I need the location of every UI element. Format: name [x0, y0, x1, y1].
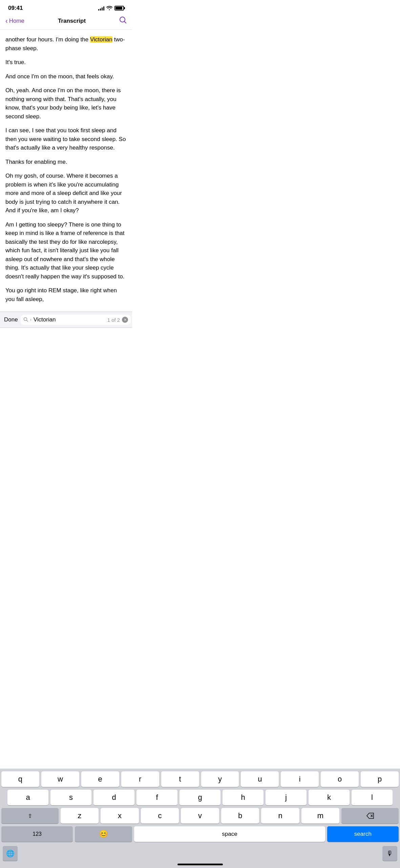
status-icons	[98, 5, 124, 11]
svg-point-1	[24, 317, 27, 320]
find-input-wrapper: › 1 of 2 ✕	[21, 315, 131, 325]
transcript-content: another four hours. I'm doing the Victor…	[0, 30, 132, 312]
transcript-para-5: I can see, I see that you took first sle…	[5, 126, 127, 152]
nav-bar: ‹ Home Transcript	[0, 14, 132, 30]
signal-bars-icon	[98, 6, 104, 11]
wifi-icon	[106, 5, 112, 11]
find-search-icon	[23, 317, 28, 323]
status-time: 09:41	[8, 5, 23, 12]
transcript-para-3: And once I'm on the moon, that feels oka…	[5, 72, 127, 81]
search-button[interactable]	[119, 16, 127, 25]
chevron-left-icon: ‹	[5, 17, 8, 25]
transcript-para-9: You go right into REM stage, like right …	[5, 286, 127, 303]
transcript-para-1: another four hours. I'm doing the Victor…	[5, 35, 127, 53]
back-label: Home	[9, 18, 24, 24]
battery-icon	[114, 6, 124, 11]
transcript-para-7: Oh my gosh, of course. Where it becomes …	[5, 172, 127, 215]
transcript-para-2: It's true.	[5, 58, 127, 67]
page-title: Transcript	[58, 18, 86, 24]
status-bar: 09:41	[0, 0, 132, 14]
back-button[interactable]: ‹ Home	[5, 17, 24, 25]
find-done-button[interactable]: Done	[4, 316, 18, 323]
highlighted-word-1: Victorian	[90, 36, 112, 43]
find-chevron-icon: ›	[30, 317, 31, 322]
transcript-para-6: Thanks for enabling me.	[5, 158, 127, 166]
find-count: 1 of 2	[107, 317, 120, 323]
find-bar: Done › 1 of 2 ✕	[0, 312, 132, 328]
transcript-para-4: Oh, yeah. And once I'm on the moon, ther…	[5, 86, 127, 121]
find-clear-button[interactable]: ✕	[122, 317, 128, 323]
transcript-para-8: Am I getting too sleepy? There is one th…	[5, 220, 127, 281]
find-input[interactable]	[34, 316, 105, 323]
